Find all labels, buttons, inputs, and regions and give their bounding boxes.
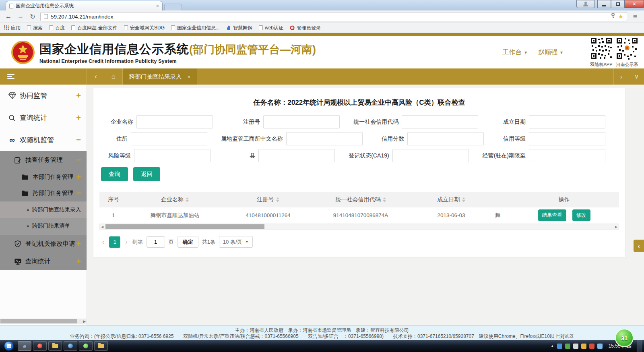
bookmark-search[interactable]: 搜索	[27, 25, 43, 31]
registration-status-input[interactable]	[392, 149, 469, 162]
tray-icon[interactable]	[565, 344, 570, 349]
taskbar-app-documents[interactable]	[94, 341, 108, 351]
tab-scroll-right-button[interactable]: ›	[613, 68, 629, 85]
tray-icon[interactable]	[581, 344, 586, 349]
forward-icon[interactable]: →	[16, 13, 25, 20]
edit-button[interactable]: 修改	[572, 209, 590, 221]
column-header-reg-no[interactable]: 注册号	[222, 192, 314, 207]
tab-close-icon[interactable]: ×	[188, 74, 191, 80]
page-number-button[interactable]: 1	[109, 236, 120, 248]
taskbar-app-security[interactable]	[33, 341, 47, 351]
column-header-company[interactable]: 企业名称	[128, 192, 222, 207]
sidebar-item-cross-dept-result-list[interactable]: ● 跨部门结果清单	[0, 218, 87, 234]
bookmark-sdg-gateway[interactable]: 安全域网关SDG	[124, 25, 165, 31]
expand-icon[interactable]: +	[76, 172, 81, 182]
table-horizontal-scrollbar[interactable]: ◀ ▶	[99, 224, 619, 230]
sidebar-item-registration-authority-amendment[interactable]: 登记机关修改申请 +	[0, 235, 87, 253]
taskbar-app-browser[interactable]: e	[18, 341, 31, 351]
registration-number-input[interactable]	[263, 115, 340, 128]
user-dropdown[interactable]: 赵顺强▼	[538, 48, 564, 57]
expand-icon[interactable]: +	[76, 257, 81, 266]
address-bar[interactable]: 59.207.104.21/main/index ★	[40, 12, 627, 21]
panel-collapse-button[interactable]: ‹	[634, 240, 644, 252]
url-text[interactable]: 59.207.104.21/main/index	[51, 14, 608, 20]
page-size-select[interactable]: 10 条/页 ▼	[219, 236, 253, 248]
taskbar-app-explorer[interactable]	[48, 341, 62, 351]
bookmark-credit-info[interactable]: 国家企业信用信息...	[171, 25, 220, 31]
sidebar-item-query-statistics-2[interactable]: 查询统计 +	[0, 253, 87, 270]
bookmark-baidu-pan[interactable]: 百度网盘-全部文件	[71, 25, 118, 31]
address-input[interactable]	[131, 132, 207, 145]
sidebar-item-cross-dept-result-entry[interactable]: ● 跨部门抽查结果录入	[0, 202, 87, 218]
sidebar-horizontal-scrollbar[interactable]: ▶	[0, 319, 87, 324]
confirm-button[interactable]: 确定	[178, 236, 198, 248]
scrollbar-thumb[interactable]	[0, 319, 77, 323]
sidebar-toggle-icon[interactable]	[7, 74, 14, 79]
sidebar-item-double-random-supervision[interactable]: ∞ 双随机监管 −	[0, 129, 87, 151]
sidebar-item-spot-check-task-management[interactable]: 抽查任务管理 −	[0, 151, 87, 169]
reload-icon[interactable]: ↻	[28, 13, 37, 21]
taskbar-app-messenger[interactable]	[79, 341, 93, 351]
expand-icon[interactable]: +	[76, 239, 81, 248]
establish-date-input[interactable]	[529, 115, 605, 128]
sort-icon[interactable]	[276, 197, 279, 202]
browser-menu-icon[interactable]: ≡	[630, 12, 640, 21]
security-ball-badge[interactable]: 31	[615, 329, 634, 347]
collapse-icon[interactable]: −	[76, 155, 81, 165]
taskbar-app-browser-2[interactable]	[64, 341, 77, 351]
tray-icon[interactable]	[597, 344, 603, 349]
expand-icon[interactable]: +	[76, 113, 81, 122]
sidebar-item-query-statistics[interactable]: 查询统计 +	[0, 107, 87, 129]
bookmark-star-icon[interactable]: ★	[618, 13, 623, 20]
maximize-button[interactable]	[611, 0, 625, 8]
show-desktop-button[interactable]	[638, 340, 642, 352]
county-input[interactable]	[258, 149, 335, 162]
credit-score-input[interactable]	[407, 132, 484, 145]
credit-code-input[interactable]	[402, 115, 478, 128]
regulator-office-input[interactable]	[286, 132, 363, 145]
tab-scroll-left-button[interactable]: ‹	[87, 68, 105, 85]
profile-button[interactable]	[576, 0, 595, 8]
expand-icon[interactable]: +	[76, 91, 81, 100]
column-header-credit-code[interactable]: 统一社会信用代码	[314, 192, 407, 207]
scrollbar-thumb[interactable]	[105, 224, 264, 229]
sort-icon[interactable]	[186, 197, 189, 202]
operation-deadline-input[interactable]	[529, 149, 605, 162]
key-icon[interactable]	[611, 13, 615, 20]
new-tab-button[interactable]	[164, 4, 182, 10]
collapse-icon[interactable]: −	[76, 135, 81, 145]
sort-icon[interactable]	[383, 197, 386, 202]
view-result-button[interactable]: 结果查看	[538, 209, 566, 221]
start-button[interactable]	[4, 341, 14, 351]
sidebar-item-own-dept-task-management[interactable]: 本部门任务管理 +	[0, 169, 87, 185]
collapse-icon[interactable]: −	[76, 188, 81, 198]
close-button[interactable]: ×	[625, 0, 644, 8]
bookmark-admin-login[interactable]: 管理员登录	[290, 25, 321, 31]
bookmark-web-auth[interactable]: web认证	[259, 25, 283, 31]
active-page-tab[interactable]: 跨部门抽查结果录入 ×	[122, 68, 197, 85]
tab-close-icon[interactable]: ×	[156, 3, 159, 8]
tray-icon[interactable]	[573, 344, 578, 349]
browser-tab[interactable]: 国家企业信用信息公示系统 ×	[6, 1, 163, 10]
sort-icon[interactable]	[462, 197, 465, 202]
tray-expand-icon[interactable]: ▲	[551, 344, 554, 348]
home-icon[interactable]: ⌂	[105, 68, 122, 85]
scroll-left-icon[interactable]: ◀	[100, 225, 105, 229]
bookmark-apps[interactable]: 应用	[4, 25, 21, 31]
tab-list-dropdown-button[interactable]: ∨	[629, 68, 644, 85]
risk-level-input[interactable]	[134, 149, 211, 162]
scroll-right-icon[interactable]: ▶	[83, 319, 86, 323]
company-name-input[interactable]	[136, 115, 213, 128]
tray-icon[interactable]	[589, 344, 594, 349]
tray-icon[interactable]	[557, 344, 562, 349]
sidebar-item-cross-dept-task-management[interactable]: 跨部门任务管理 −	[0, 185, 87, 201]
goto-page-input[interactable]	[147, 236, 165, 248]
back-button[interactable]: 返回	[133, 167, 160, 181]
column-header-date[interactable]: 成立日期	[407, 192, 495, 207]
sidebar-item-collaborative-supervision[interactable]: 协同监管 +	[0, 85, 87, 107]
query-button[interactable]: 查询	[101, 167, 128, 181]
bookmark-zhihui-wugang[interactable]: 智慧舞钢	[226, 25, 252, 31]
minimize-button[interactable]	[597, 0, 611, 8]
workbench-dropdown[interactable]: 工作台▼	[502, 48, 528, 57]
next-page-icon[interactable]: ›	[124, 238, 128, 246]
